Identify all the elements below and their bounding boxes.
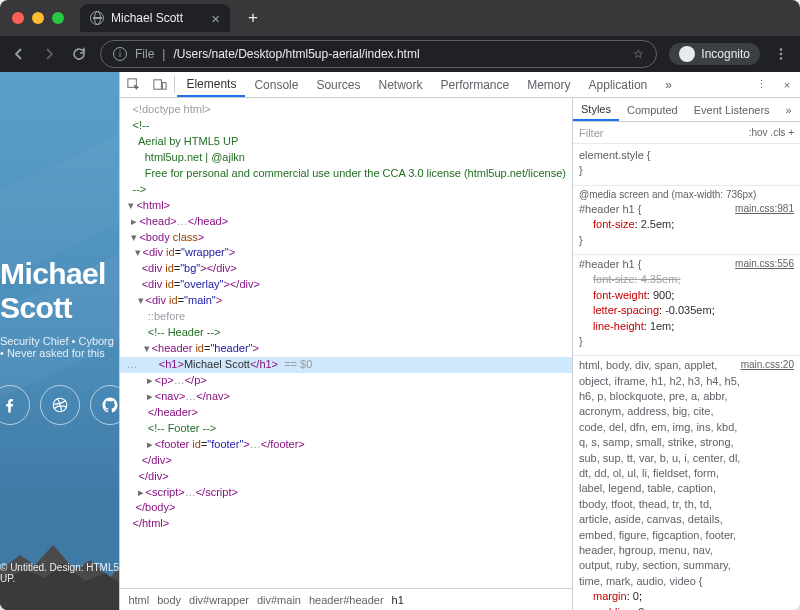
devtools-tab-elements[interactable]: Elements xyxy=(177,72,245,97)
maximize-window[interactable] xyxy=(52,12,64,24)
facebook-icon[interactable] xyxy=(0,385,30,425)
incognito-icon xyxy=(679,46,695,62)
more-tabs-icon[interactable]: » xyxy=(656,72,681,97)
devtools-tab-network[interactable]: Network xyxy=(369,72,431,97)
svg-rect-6 xyxy=(162,83,166,90)
svg-point-1 xyxy=(780,53,783,56)
globe-icon xyxy=(90,11,104,25)
social-row xyxy=(0,385,119,425)
style-rule[interactable]: #header h1 {main.css:556font-size: 4.35e… xyxy=(573,255,800,356)
devtools-tab-memory[interactable]: Memory xyxy=(518,72,579,97)
style-rule[interactable]: element.style {} xyxy=(573,146,800,186)
dom-tree[interactable]: <!doctype html> <!-- Aerial by HTML5 UP … xyxy=(120,98,572,588)
forward-button[interactable] xyxy=(40,45,58,63)
svg-point-2 xyxy=(780,57,783,60)
address-bar: i File | /Users/nate/Desktop/html5up-aer… xyxy=(0,36,800,72)
styles-tab-event-listeners[interactable]: Event Listeners xyxy=(686,98,778,121)
reload-button[interactable] xyxy=(70,45,88,63)
dribbble-icon[interactable] xyxy=(40,385,80,425)
titlebar: Michael Scott × + xyxy=(0,0,800,36)
breadcrumb-item[interactable]: body xyxy=(157,594,181,606)
back-button[interactable] xyxy=(10,45,28,63)
breadcrumb-item[interactable]: div#wrapper xyxy=(189,594,249,606)
browser-tab[interactable]: Michael Scott × xyxy=(80,4,230,32)
incognito-badge[interactable]: Incognito xyxy=(669,43,760,65)
window-controls xyxy=(12,12,64,24)
breadcrumb-item[interactable]: header#header xyxy=(309,594,384,606)
browser-window: Michael Scott × + i File | /Users/nate/D… xyxy=(0,0,800,610)
svg-point-0 xyxy=(780,48,783,51)
style-rules[interactable]: element.style {}@media screen and (max-w… xyxy=(573,144,800,610)
breadcrumb-item[interactable]: div#main xyxy=(257,594,301,606)
close-tab-icon[interactable]: × xyxy=(211,10,220,27)
url-scheme: File xyxy=(135,47,154,61)
devtools-tab-console[interactable]: Console xyxy=(245,72,307,97)
breadcrumb-item[interactable]: html xyxy=(128,594,149,606)
menu-button[interactable] xyxy=(772,45,790,63)
devtools-tab-application[interactable]: Application xyxy=(580,72,657,97)
devtools-close-icon[interactable]: × xyxy=(774,72,800,97)
style-rule[interactable]: @media screen and (max-width: 736px)#hea… xyxy=(573,186,800,255)
minimize-window[interactable] xyxy=(32,12,44,24)
styles-filter[interactable]: Filter :hov .cls + xyxy=(573,122,800,144)
url-box[interactable]: i File | /Users/nate/Desktop/html5up-aer… xyxy=(100,40,657,68)
devtools-tab-performance[interactable]: Performance xyxy=(431,72,518,97)
styles-tab-computed[interactable]: Computed xyxy=(619,98,686,121)
styles-panel: StylesComputedEvent Listeners» Filter :h… xyxy=(572,98,800,610)
styles-more-icon[interactable]: » xyxy=(778,98,800,121)
devtools-tabs: ElementsConsoleSourcesNetworkPerformance… xyxy=(120,72,800,98)
devtools-menu-icon[interactable]: ⋮ xyxy=(748,72,774,97)
info-icon[interactable]: i xyxy=(113,47,127,61)
rendered-page: Michael Scott Security Chief • Cyborg • … xyxy=(0,72,119,610)
inspect-icon[interactable] xyxy=(120,72,146,97)
breadcrumb: htmlbodydiv#wrapperdiv#mainheader#header… xyxy=(120,588,572,610)
styles-tab-styles[interactable]: Styles xyxy=(573,98,619,121)
devtools: ElementsConsoleSourcesNetworkPerformance… xyxy=(119,72,800,610)
svg-point-3 xyxy=(53,398,67,412)
svg-rect-5 xyxy=(154,80,162,89)
devtools-tab-sources[interactable]: Sources xyxy=(307,72,369,97)
style-rule[interactable]: html, body, div, span, applet, object, i… xyxy=(573,356,800,610)
url-path: /Users/nate/Desktop/html5up-aerial/index… xyxy=(173,47,419,61)
github-icon[interactable] xyxy=(90,385,120,425)
styles-tabs: StylesComputedEvent Listeners» xyxy=(573,98,800,122)
breadcrumb-item[interactable]: h1 xyxy=(392,594,404,606)
close-window[interactable] xyxy=(12,12,24,24)
content-area: Michael Scott Security Chief • Cyborg • … xyxy=(0,72,800,610)
device-icon[interactable] xyxy=(146,72,172,97)
hero-name: Michael Scott xyxy=(0,257,119,325)
tab-title: Michael Scott xyxy=(111,11,183,25)
new-tab-button[interactable]: + xyxy=(248,8,258,28)
star-icon[interactable]: ☆ xyxy=(633,47,644,61)
page-credit: © Untitled. Design: HTML5 UP. xyxy=(0,562,119,584)
hero-tagline: Security Chief • Cyborg • Never asked fo… xyxy=(0,335,119,359)
